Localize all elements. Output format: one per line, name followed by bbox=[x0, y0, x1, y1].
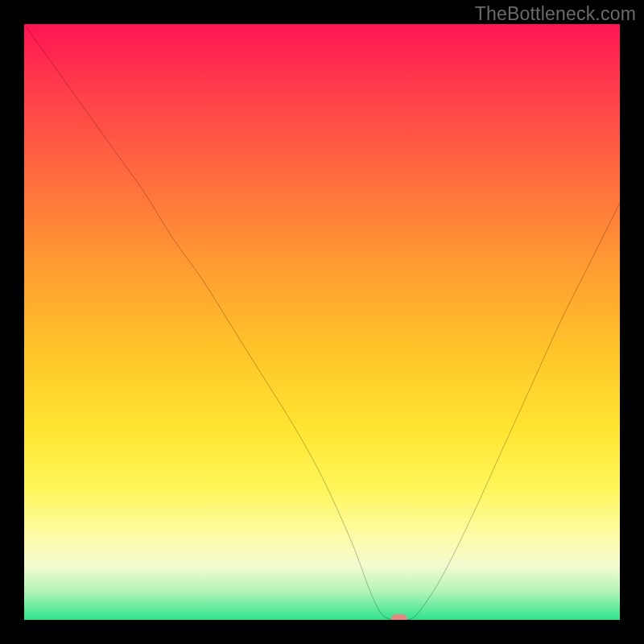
chart-frame: TheBottleneck.com bbox=[0, 0, 644, 644]
curve-svg bbox=[24, 24, 620, 620]
bottleneck-curve bbox=[24, 24, 620, 620]
optimum-marker bbox=[391, 614, 407, 620]
watermark-text: TheBottleneck.com bbox=[475, 3, 636, 25]
plot-area bbox=[24, 24, 620, 620]
